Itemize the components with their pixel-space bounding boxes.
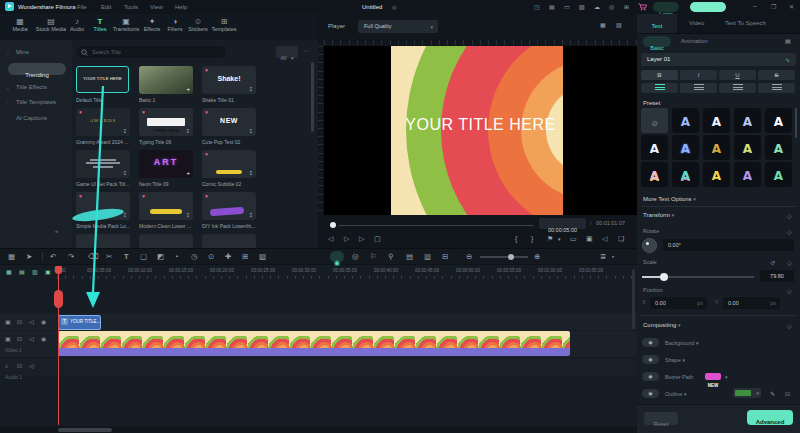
screen-split-icon[interactable]: ▥ bbox=[424, 253, 431, 261]
template-card[interactable] bbox=[202, 234, 256, 248]
marker-icon[interactable]: ⚑ bbox=[547, 235, 553, 242]
lock-icon[interactable]: ⊡ bbox=[17, 363, 22, 369]
chevron-down-icon[interactable]: ▾ bbox=[612, 255, 614, 259]
auto-ripple-button[interactable]: ◉ bbox=[330, 251, 344, 262]
title-clip[interactable]: T YOUR TITLE... bbox=[58, 315, 101, 330]
template-card-default-title[interactable]: YOUR TITLE HERE bbox=[76, 66, 129, 93]
download-icon[interactable]: ↧ bbox=[249, 87, 253, 92]
compare-view-icon[interactable]: ▦ bbox=[600, 22, 606, 28]
sidebar-item-title-templates[interactable]: Title Templates bbox=[16, 99, 56, 105]
undo-icon[interactable]: ↶ bbox=[50, 253, 56, 261]
menu-tools[interactable]: Tools bbox=[124, 4, 138, 10]
template-card-basic-1[interactable]: + bbox=[139, 66, 193, 94]
advanced-button[interactable]: Advanced bbox=[747, 410, 793, 425]
eye-icon[interactable]: ◉ bbox=[41, 319, 46, 325]
marker-caret-icon[interactable]: ▾ bbox=[558, 237, 561, 242]
mute-icon[interactable]: ◁ bbox=[29, 336, 34, 342]
heart-icon[interactable]: ♥ bbox=[205, 68, 208, 73]
compositing-section[interactable]: Compositing ▾ bbox=[643, 322, 681, 328]
volume-icon[interactable]: ◁ bbox=[602, 235, 607, 242]
snapshot-icon[interactable]: ▣ bbox=[586, 235, 593, 242]
preset-style[interactable]: A bbox=[765, 108, 792, 133]
heart-icon[interactable]: ♥ bbox=[142, 194, 145, 199]
outline-toggle[interactable]: ◉ bbox=[642, 389, 659, 398]
minimize-button[interactable]: – bbox=[753, 2, 757, 9]
template-card-cute-pop[interactable]: ♥ NEW ↧ bbox=[202, 108, 256, 136]
preset-style[interactable]: A bbox=[672, 162, 699, 187]
play-icon[interactable]: ▷ bbox=[344, 235, 349, 242]
template-card-typing-title[interactable]: ♥ TYPING TITLE ↧ bbox=[139, 108, 193, 136]
sidebar-item-title-effects[interactable]: Title Effects bbox=[16, 84, 47, 90]
tab-transitions[interactable]: ▣ Transitions bbox=[110, 18, 142, 32]
mask-icon[interactable]: ◩ bbox=[157, 253, 164, 261]
shrink-timeline-icon[interactable]: ⊟ bbox=[442, 253, 448, 261]
speed-icon[interactable]: ◔ bbox=[174, 253, 179, 261]
template-card-game-ui[interactable]: ↧ bbox=[76, 150, 130, 178]
maximize-button[interactable]: ❐ bbox=[771, 3, 776, 10]
bezier-path-label[interactable]: Bezier Path bbox=[665, 374, 693, 380]
sidebar-item-mine[interactable]: Mine bbox=[16, 49, 29, 55]
preset-style[interactable]: A bbox=[765, 162, 792, 187]
sidebar-item-ai-captions[interactable]: AI Captions bbox=[16, 115, 47, 121]
ideas-icon[interactable]: ◎ bbox=[609, 4, 614, 10]
add-icon[interactable]: + bbox=[186, 170, 190, 176]
lock-icon[interactable]: ⊡ bbox=[17, 336, 22, 342]
reset-scale-icon[interactable]: ↺ bbox=[770, 259, 775, 266]
search-input[interactable]: Search Title bbox=[76, 46, 226, 58]
italic-button[interactable]: I bbox=[680, 70, 717, 80]
scale-value[interactable]: 79.80 bbox=[760, 270, 794, 282]
preview-stage[interactable]: YOUR TITLE HERE bbox=[324, 46, 637, 215]
subtab-animation[interactable]: Animation bbox=[681, 38, 708, 44]
ripple-edit-icon[interactable]: ◎ bbox=[352, 253, 359, 261]
next-frame-icon[interactable]: ▷ bbox=[359, 235, 364, 242]
preset-style[interactable]: A bbox=[672, 108, 699, 133]
media-library-icon[interactable]: ▤ bbox=[549, 4, 555, 10]
preset-style[interactable]: A bbox=[703, 108, 730, 133]
preset-none[interactable]: ⊘ bbox=[641, 108, 668, 133]
keyframe-tool-icon[interactable]: ▧ bbox=[259, 253, 266, 261]
download-icon[interactable]: ↧ bbox=[249, 171, 253, 176]
download-icon[interactable]: ↧ bbox=[123, 171, 127, 176]
download-icon[interactable]: ↧ bbox=[123, 213, 127, 218]
zoom-in-icon[interactable]: ⊕ bbox=[534, 253, 540, 261]
pen-icon[interactable]: ✎ bbox=[770, 390, 775, 397]
chroma-key-icon[interactable]: ⊙ bbox=[208, 253, 214, 261]
template-card-comic-subtitle[interactable]: ♥ ↧ bbox=[202, 150, 256, 178]
display-mode-icon[interactable]: ▨ bbox=[616, 22, 622, 28]
close-button[interactable]: ✕ bbox=[789, 3, 794, 10]
download-icon[interactable]: ↧ bbox=[123, 129, 127, 134]
screen-recorder-icon[interactable]: ◳ bbox=[534, 4, 540, 10]
menu-file[interactable]: File bbox=[77, 4, 87, 10]
quality-dropdown[interactable]: Full Quality ▾ bbox=[358, 20, 438, 33]
align-justify-button[interactable] bbox=[758, 83, 795, 93]
redo-icon[interactable]: ↷ bbox=[68, 253, 74, 261]
add-title-track-icon[interactable]: ▥ bbox=[32, 269, 38, 275]
split-icon[interactable]: ✂ bbox=[106, 253, 112, 261]
more-options-icon[interactable]: ⋯ bbox=[303, 47, 309, 54]
mute-icon[interactable]: ◁ bbox=[29, 319, 34, 325]
sidebar-collapse-button[interactable]: « bbox=[55, 228, 58, 234]
sidebar-item-trending[interactable]: Trending bbox=[8, 63, 66, 75]
tab-text[interactable]: Text bbox=[637, 14, 677, 33]
select-tool-icon[interactable]: ➤ bbox=[26, 253, 32, 261]
crop-icon[interactable]: ▢ bbox=[140, 253, 147, 261]
render-preview-icon[interactable]: ⊞ bbox=[242, 253, 248, 261]
add-icon[interactable]: + bbox=[186, 86, 190, 92]
track-manager-icon[interactable]: ≣ bbox=[600, 253, 606, 261]
lock-icon[interactable]: ⊡ bbox=[17, 319, 22, 325]
duration-icon[interactable]: ◷ bbox=[191, 253, 198, 261]
tab-text-to-speech[interactable]: Text To Speech bbox=[725, 20, 766, 26]
preset-scrollbar[interactable] bbox=[795, 108, 797, 138]
document-icon[interactable]: ▧ bbox=[579, 4, 585, 10]
motion-track-icon[interactable]: ✚ bbox=[225, 253, 231, 261]
template-card[interactable] bbox=[139, 234, 193, 248]
download-icon[interactable]: ↧ bbox=[249, 213, 253, 218]
apps-icon[interactable]: ⊞ bbox=[624, 4, 629, 10]
tab-video[interactable]: Video bbox=[689, 20, 704, 26]
preset-style[interactable]: A bbox=[734, 135, 761, 160]
menu-view[interactable]: View bbox=[150, 4, 163, 10]
tab-templates[interactable]: ⊞ Templates bbox=[209, 18, 239, 32]
filter-dropdown[interactable]: All ▾ bbox=[276, 46, 298, 58]
shape-toggle[interactable]: ◉ bbox=[642, 355, 659, 364]
eye-icon[interactable]: ◉ bbox=[41, 336, 46, 342]
